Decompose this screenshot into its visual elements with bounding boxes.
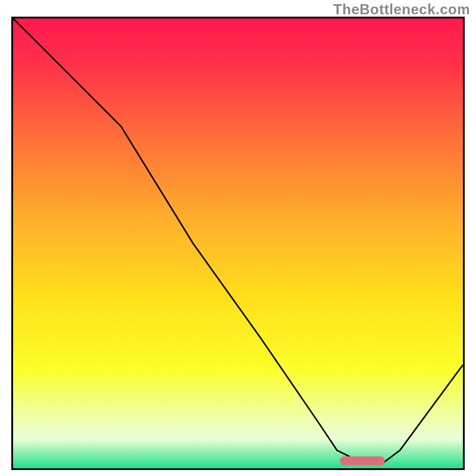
chart-stage: TheBottleneck.com (0, 0, 476, 476)
optimal-range-marker (340, 456, 385, 465)
watermark-text: TheBottleneck.com (333, 1, 470, 18)
chart-curve (13, 18, 463, 468)
chart-plot-area (11, 17, 465, 470)
